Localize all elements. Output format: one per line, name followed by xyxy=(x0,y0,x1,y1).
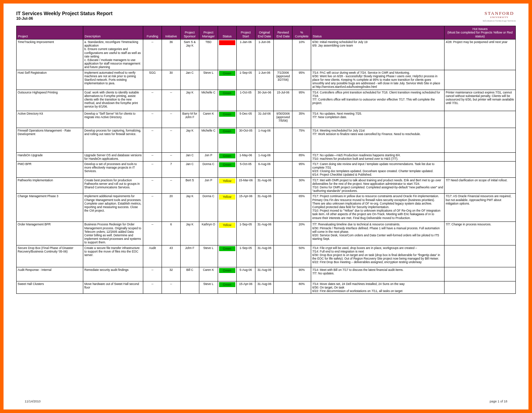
cell-orig-end: 31-Aug-06 xyxy=(255,281,274,294)
cell-orig-end: 31-Aug-06 xyxy=(255,245,274,267)
cell-orig-end: 31-Aug-06 xyxy=(255,194,274,222)
cell-rev-end xyxy=(274,152,292,161)
cell-pct: 20% xyxy=(292,222,311,245)
cell-start: 1-May-06 xyxy=(236,152,255,161)
cell-pm: Donna C xyxy=(199,194,218,222)
cell-sponsor: Jan C xyxy=(180,161,199,177)
cell-sponsor: John F xyxy=(180,245,199,267)
cell-pct: 30% xyxy=(292,177,311,194)
cell-pct: 65% xyxy=(292,194,311,222)
cell-sponsor: Bill C xyxy=(180,267,199,281)
cell-sponsor: Barry M for John F xyxy=(180,111,199,128)
cell-description: Develop process for capturing, formalizi… xyxy=(83,128,143,152)
cell-funding: -- xyxy=(143,281,162,294)
cell-start: 5-Dec-05 xyxy=(236,111,255,128)
cell-status-text: 7/17: Met with OMR project to talk about… xyxy=(311,177,445,194)
cell-pm: Jon P xyxy=(199,152,218,161)
cell-rev-end xyxy=(274,177,292,194)
cell-pct: 85% xyxy=(292,152,311,161)
brand-line3: Information Technology Services xyxy=(483,19,516,22)
cell-hot-issues xyxy=(445,128,516,152)
cell-status-text: 7/14: Controllers office print transitio… xyxy=(311,90,445,111)
cell-initiative: -- xyxy=(162,152,181,161)
cell-status-text: 6/30: Initial meeting scheduled for July… xyxy=(311,40,445,70)
cell-funding: -- xyxy=(143,194,162,222)
brand-logo: STANFORD UNIVERSITY Information Technolo… xyxy=(483,11,516,22)
cell-rev-end xyxy=(274,245,292,267)
cell-sponsor: Jay K xyxy=(180,194,199,222)
cell-pm: Donna C xyxy=(199,161,218,177)
cell-funding: -- xyxy=(143,161,162,177)
cell-sponsor: Jay K xyxy=(180,90,199,111)
table-row: Audit Response - InternalRemediate secur… xyxy=(17,267,516,281)
cell-initiative: 43 xyxy=(162,245,181,267)
cell-hot-issues xyxy=(445,245,516,267)
cell-start: 1-Sep-05 xyxy=(236,245,255,267)
cell-start: 15-Mar-06 xyxy=(236,177,255,194)
cell-orig-end: 1-Jun-06 xyxy=(255,40,274,70)
cell-pm: Michelle C xyxy=(199,128,218,152)
cell-orig-end: 1-Aug-06 xyxy=(255,152,274,161)
cell-funding: -- xyxy=(143,40,162,70)
cell-hot-issues: 7/17: AS Oracle Financial resources are … xyxy=(445,194,516,222)
cell-sponsor: Jay K xyxy=(180,222,199,245)
cell-description: Move hardware out of Sweet Hall second f… xyxy=(83,281,143,294)
cell-funding: Audit xyxy=(143,245,162,267)
column-header: Status xyxy=(311,26,445,40)
table-row: PMO BPRDevelop a set of processes and to… xyxy=(17,161,516,177)
cell-status-indicator: Green xyxy=(218,70,236,90)
cell-project: Secure Drop Box (Final Phase of Disaster… xyxy=(17,245,83,267)
cell-hot-issues xyxy=(445,70,516,90)
cell-hot-issues xyxy=(445,152,516,161)
cell-hot-issues xyxy=(445,281,516,294)
cell-funding: -- xyxy=(143,222,162,245)
cell-description: a. Standardize, reconfigure Timetracking… xyxy=(83,40,143,70)
cell-pm: TBD xyxy=(199,40,218,70)
cell-start: 1-Jan-06 xyxy=(236,40,255,70)
cell-funding: -- xyxy=(143,111,162,128)
cell-project: Outsource Highspeed Printing xyxy=(17,90,83,111)
cell-status-indicator: Green xyxy=(218,161,236,177)
cell-pct: 75% xyxy=(292,128,311,152)
cell-pm: Steve L xyxy=(199,281,218,294)
cell-status-text: 7/14: Meeting rescheduled for July 21st7… xyxy=(311,128,445,152)
cell-pm: Caren K xyxy=(199,267,218,281)
cell-rev-end xyxy=(274,194,292,222)
document-header: IT Services Weekly Project Status Report… xyxy=(16,11,516,22)
cell-start: 1-Sep-05 xyxy=(236,222,255,245)
cell-project: Sweet Hall Clusters xyxy=(17,281,83,294)
table-row: Outsource Highspeed PrintingGoal: work w… xyxy=(17,90,516,111)
cell-status-indicator: Red xyxy=(218,40,236,70)
cell-funding: -- xyxy=(143,267,162,281)
cell-status-text: 7/17: Caren doing site review and input … xyxy=(311,161,445,177)
cell-status-indicator: Green xyxy=(218,111,236,128)
cell-hot-issues: 4/28: Project may be postponed until nex… xyxy=(445,40,516,70)
cell-status-text: 7/14: Move dates set, 24 Dell machines i… xyxy=(311,281,445,294)
cell-sponsor: Bert S xyxy=(180,177,199,194)
cell-sponsor: Jan C xyxy=(180,152,199,161)
cell-rev-end: 15-Jul-06 xyxy=(274,90,292,111)
cell-orig-end: 30-Jun-06 xyxy=(255,90,274,111)
cell-description: Implement additional requirements for Ch… xyxy=(83,194,143,222)
cell-initiative: 30 xyxy=(162,70,181,90)
column-header: Funding xyxy=(143,26,162,40)
cell-orig-end: 1-Aug-06 xyxy=(255,128,274,152)
cell-project: Order Management BPR xyxy=(17,222,83,245)
cell-project: Change Management Phase 3 xyxy=(17,194,83,222)
cell-start: 15-Apr-06 xyxy=(236,281,255,294)
report-title: IT Services Weekly Project Status Report xyxy=(16,11,113,16)
cell-rev-end xyxy=(274,40,292,70)
cell-rev-end xyxy=(274,161,292,177)
column-header: Description xyxy=(83,26,143,40)
footer-date: 11/14/2010 xyxy=(25,400,41,403)
cell-initiative: -- xyxy=(162,177,181,194)
column-header: Revised End Date xyxy=(274,26,292,40)
cell-pm: Caren K xyxy=(199,111,218,128)
cell-pct: 95% xyxy=(292,90,311,111)
cell-sponsor: Sam S & Jay K xyxy=(180,40,199,70)
cell-status-text: 7/14: No updates. Next meeting 7/25.7/7:… xyxy=(311,111,445,128)
cell-project: Pathworks Implementation xyxy=(17,177,83,194)
brand-line1: STANFORD xyxy=(483,11,516,16)
cell-start: 15-Apr-06 xyxy=(236,194,255,222)
cell-status-indicator: Green xyxy=(218,90,236,111)
